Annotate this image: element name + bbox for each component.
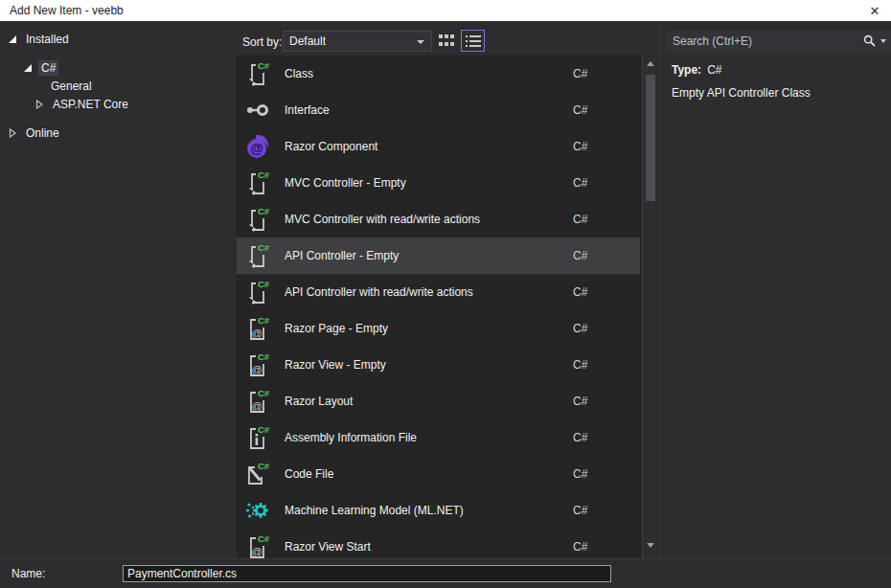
sidebar-item-label: Online: [23, 125, 62, 141]
template-name: Assembly Information File: [285, 431, 417, 444]
list-item-api-controller-with-read-write-actions[interactable]: C#API Controller with read/write actions…: [237, 274, 640, 310]
template-name: Razor View Start: [285, 540, 371, 554]
list-item-razor-page-empty[interactable]: @C#Razor Page - EmptyC#: [237, 310, 640, 347]
sidebar-item-label: C#: [38, 60, 58, 76]
list-view-button[interactable]: [461, 30, 485, 52]
sort-by-value: Default: [289, 34, 326, 48]
search-icon[interactable]: [863, 34, 876, 47]
svg-text:@: @: [250, 141, 263, 156]
sidebar-item-label: ASP.NET Core: [50, 97, 131, 112]
cs-class-icon: C#: [244, 241, 270, 270]
item-type-row: Type:C#: [672, 63, 721, 77]
name-label: Name:: [11, 567, 45, 580]
grid-view-button[interactable]: [437, 32, 457, 51]
name-input[interactable]: [123, 565, 611, 582]
template-name: API Controller - Empty: [285, 249, 399, 262]
svg-text:C#: C#: [258, 170, 270, 180]
razor-file-icon: @C#: [244, 314, 270, 343]
template-list: C#ClassC#InterfaceC#@Razor ComponentC#C#…: [237, 56, 659, 558]
svg-text:@: @: [251, 546, 262, 557]
expanded-arrow-icon[interactable]: [23, 63, 33, 73]
list-item-code-file[interactable]: C#Code FileC#: [237, 456, 640, 492]
svg-text:C#: C#: [258, 279, 270, 289]
sidebar-item-online[interactable]: Online: [8, 124, 62, 142]
template-name: Razor Page - Empty: [285, 322, 388, 335]
template-language: C#: [573, 540, 587, 554]
list-item-assembly-information-file[interactable]: C#Assembly Information FileC#: [237, 419, 640, 456]
list-item-machine-learning-model-ml-net[interactable]: Machine Learning Model (ML.NET)C#: [237, 492, 640, 529]
svg-text:C#: C#: [258, 388, 270, 398]
list-item-razor-component[interactable]: @Razor ComponentC#: [237, 128, 640, 165]
list-item-interface[interactable]: InterfaceC#: [237, 92, 640, 128]
scroll-up-icon[interactable]: [647, 61, 654, 66]
list-item-api-controller-empty[interactable]: C#API Controller - EmptyC#: [237, 237, 640, 274]
list-item-class[interactable]: C#ClassC#: [237, 56, 640, 92]
type-label: Type:: [672, 63, 701, 77]
item-description: Empty API Controller Class: [672, 86, 811, 100]
template-name: Code File: [285, 467, 333, 481]
template-language: C#: [573, 395, 587, 408]
list-item-mvc-controller-empty[interactable]: C#MVC Controller - EmptyC#: [237, 165, 640, 201]
svg-text:C#: C#: [258, 461, 270, 471]
svg-text:@: @: [251, 328, 262, 339]
sidebar-item-c[interactable]: C#: [23, 58, 58, 77]
svg-text:@: @: [251, 400, 262, 412]
list-item-razor-layout[interactable]: @C#Razor LayoutC#: [237, 383, 640, 419]
interface-icon: [244, 96, 270, 124]
code-file-icon: C#: [244, 460, 270, 488]
razor-component-icon: @: [244, 132, 270, 161]
template-name: MVC Controller with read/write actions: [285, 213, 480, 226]
titlebar: Add New Item - veebb: [0, 0, 891, 21]
list-item-razor-view-empty[interactable]: @C#Razor View - EmptyC#: [237, 347, 640, 383]
razor-file-icon: @C#: [244, 351, 270, 379]
assembly-info-icon: C#: [244, 423, 270, 452]
search-options-chevron-icon[interactable]: [880, 39, 886, 43]
template-language: C#: [573, 504, 587, 517]
sidebar-item-general[interactable]: General: [48, 77, 95, 95]
template-name: Razor View - Empty: [285, 358, 386, 372]
template-language: C#: [573, 358, 587, 372]
close-icon[interactable]: ✕: [862, 0, 887, 21]
footer-bar: Name:: [0, 558, 891, 588]
search-input[interactable]: [666, 31, 891, 52]
sidebar-item-label: Installed: [23, 32, 72, 47]
scrollbar-thumb[interactable]: [646, 75, 655, 201]
template-name: Machine Learning Model (ML.NET): [285, 504, 464, 517]
cs-class-icon: C#: [244, 278, 270, 306]
svg-text:C#: C#: [258, 533, 270, 544]
expanded-arrow-icon[interactable]: [8, 34, 17, 44]
list-item-mvc-controller-with-read-write-actions[interactable]: C#MVC Controller with read/write actions…: [237, 201, 640, 237]
list-item-razor-view-start[interactable]: @C#Razor View StartC#: [237, 529, 640, 558]
template-name: Class: [285, 67, 313, 80]
svg-text:C#: C#: [258, 424, 270, 435]
list-view-icon: [466, 34, 481, 48]
details-panel: Type:C# Empty API Controller Class: [659, 21, 891, 558]
svg-text:C#: C#: [258, 315, 270, 326]
sidebar-item-installed[interactable]: Installed: [8, 30, 72, 48]
sidebar-item-asp-net-core[interactable]: ASP.NET Core: [34, 95, 131, 113]
template-name: Interface: [285, 103, 330, 117]
template-language: C#: [573, 322, 587, 335]
svg-text:C#: C#: [258, 60, 270, 71]
cs-class-icon: C#: [244, 169, 270, 197]
svg-text:@: @: [251, 364, 262, 375]
type-value: C#: [707, 63, 721, 77]
template-language: C#: [573, 467, 587, 481]
template-language: C#: [573, 249, 587, 262]
scroll-down-icon[interactable]: [647, 543, 654, 548]
collapsed-arrow-icon[interactable]: [8, 128, 17, 138]
template-language: C#: [573, 213, 587, 226]
collapsed-arrow-icon[interactable]: [34, 100, 44, 109]
sort-by-label: Sort by:: [242, 35, 282, 49]
svg-text:C#: C#: [258, 242, 270, 253]
window-title: Add New Item - veebb: [10, 4, 124, 17]
cs-class-icon: C#: [244, 205, 270, 234]
template-language: C#: [573, 176, 587, 190]
template-language: C#: [573, 431, 587, 444]
svg-text:C#: C#: [258, 351, 270, 362]
search-box: [666, 31, 891, 52]
template-language: C#: [573, 67, 587, 80]
grid-view-icon: [439, 34, 455, 49]
sort-by-dropdown[interactable]: Default: [283, 31, 432, 52]
template-name: MVC Controller - Empty: [285, 176, 406, 190]
